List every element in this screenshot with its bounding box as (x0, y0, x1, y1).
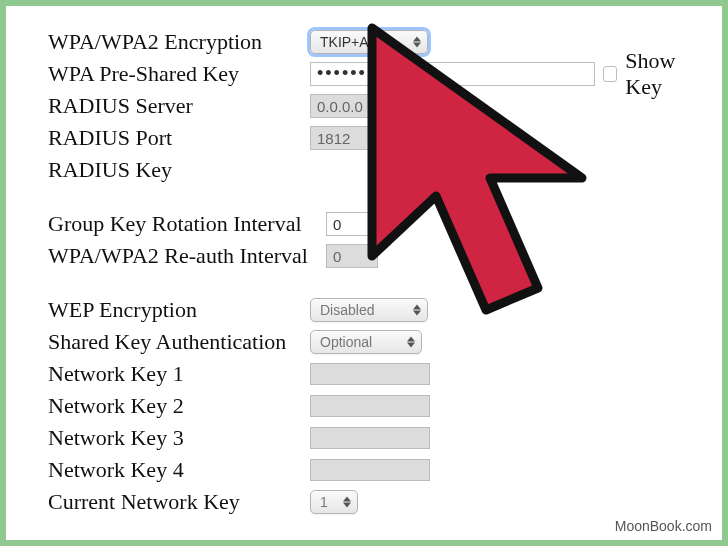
label-wep-encryption: WEP Encryption (48, 297, 310, 323)
input-network-key-4[interactable] (310, 459, 430, 481)
input-reauth-interval[interactable] (326, 244, 378, 268)
wpa-preshared-mask: •••••• (317, 63, 367, 83)
updown-icon (411, 36, 423, 48)
label-current-network-key: Current Network Key (48, 489, 310, 515)
label-radius-server: RADIUS Server (48, 93, 310, 119)
select-shared-key-auth[interactable]: Optional (310, 330, 422, 354)
label-radius-key: RADIUS Key (48, 157, 310, 183)
input-network-key-2[interactable] (310, 395, 430, 417)
input-group-key-interval[interactable] (326, 212, 378, 236)
updown-icon (405, 336, 417, 348)
label-wpa-encryption: WPA/WPA2 Encryption (48, 29, 310, 55)
input-network-key-1[interactable] (310, 363, 430, 385)
window-frame: WPA/WPA2 Encryption TKIP+AES WPA Pre-Sha… (0, 0, 728, 546)
label-network-key-1: Network Key 1 (48, 361, 310, 387)
row-network-key-1: Network Key 1 (48, 358, 700, 390)
label-network-key-2: Network Key 2 (48, 393, 310, 419)
row-wpa-preshared: WPA Pre-Shared Key •••••• Show Key (48, 58, 700, 90)
row-current-network-key: Current Network Key 1 (48, 486, 700, 518)
select-wep-encryption-value: Disabled (320, 302, 374, 318)
label-reauth-interval: WPA/WPA2 Re-auth Interval (48, 243, 326, 269)
row-wep-encryption: WEP Encryption Disabled (48, 294, 700, 326)
input-radius-port[interactable] (310, 126, 430, 150)
label-group-key-interval: Group Key Rotation Interval (48, 211, 326, 237)
input-radius-server[interactable] (310, 94, 430, 118)
label-network-key-4: Network Key 4 (48, 457, 310, 483)
checkbox-show-key[interactable] (603, 66, 618, 82)
label-radius-port: RADIUS Port (48, 125, 310, 151)
updown-icon (341, 496, 353, 508)
label-show-key: Show Key (625, 48, 708, 100)
row-network-key-3: Network Key 3 (48, 422, 700, 454)
label-shared-key-auth: Shared Key Authentication (48, 329, 310, 355)
row-group-key-interval: Group Key Rotation Interval (48, 208, 700, 240)
row-radius-key: RADIUS Key (48, 154, 700, 186)
row-reauth-interval: WPA/WPA2 Re-auth Interval (48, 240, 700, 272)
label-network-key-3: Network Key 3 (48, 425, 310, 451)
select-wep-encryption[interactable]: Disabled (310, 298, 428, 322)
select-shared-key-auth-value: Optional (320, 334, 372, 350)
row-network-key-2: Network Key 2 (48, 390, 700, 422)
label-wpa-preshared: WPA Pre-Shared Key (48, 61, 310, 87)
select-current-network-key-value: 1 (320, 494, 328, 510)
settings-form: WPA/WPA2 Encryption TKIP+AES WPA Pre-Sha… (48, 26, 700, 518)
select-current-network-key[interactable]: 1 (310, 490, 358, 514)
row-radius-port: RADIUS Port (48, 122, 700, 154)
updown-icon (411, 304, 423, 316)
input-network-key-3[interactable] (310, 427, 430, 449)
row-network-key-4: Network Key 4 (48, 454, 700, 486)
row-shared-key-auth: Shared Key Authentication Optional (48, 326, 700, 358)
watermark: MoonBook.com (615, 518, 712, 534)
input-wpa-preshared[interactable]: •••••• (310, 62, 595, 86)
